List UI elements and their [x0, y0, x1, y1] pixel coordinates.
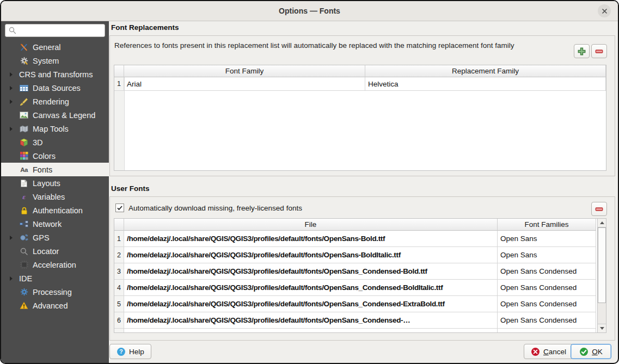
remove-user-font-button[interactable] — [591, 202, 607, 216]
sidebar-item-data-sources[interactable]: Data Sources — [1, 81, 109, 95]
sidebar-item-locator[interactable]: Locator — [1, 244, 109, 258]
ok-icon — [579, 347, 589, 356]
font-file-cell[interactable]: /home/delazj/.local/share/QGIS/QGIS3/pro… — [124, 296, 498, 312]
column-header-font-family[interactable]: Font Family — [124, 65, 365, 77]
font-file-cell[interactable]: /home/delazj/.local/share/QGIS/QGIS3/pro… — [124, 263, 498, 280]
sidebar-item-label: Variables — [33, 193, 65, 201]
font-family-cell[interactable]: Arial — [124, 77, 365, 91]
row-number-cell[interactable]: 2 — [114, 247, 124, 263]
row-number-cell[interactable]: 1 — [114, 231, 124, 247]
sidebar-item-fonts[interactable]: AaFonts — [1, 163, 109, 176]
sidebar-item-general[interactable]: General — [1, 40, 109, 54]
sidebar-item-rendering[interactable]: Rendering — [1, 95, 109, 108]
expand-arrow-icon[interactable] — [8, 276, 14, 281]
sidebar-item-label: System — [33, 57, 59, 65]
cancel-button[interactable]: Cancel — [524, 344, 573, 359]
cancel-icon — [531, 347, 540, 356]
expand-arrow-icon[interactable] — [8, 127, 14, 131]
table-corner — [114, 219, 124, 231]
font-file-cell[interactable]: /home/delazj/.local/share/QGIS/QGIS3/pro… — [124, 312, 498, 329]
table-row: 6/home/delazj/.local/share/QGIS/QGIS3/pr… — [114, 312, 596, 329]
auto-download-label: Automatically download missing, freely-l… — [128, 204, 302, 212]
font-families-cell[interactable]: Open Sans Condensed — [498, 296, 596, 312]
table-row-partial — [114, 329, 596, 333]
row-number-cell[interactable]: 6 — [114, 312, 124, 329]
sidebar-item-label: Data Sources — [33, 84, 81, 92]
column-header-font-families[interactable]: Font Families — [498, 219, 596, 231]
sidebar-item-system[interactable]: System — [1, 54, 109, 67]
row-number-cell[interactable]: 3 — [114, 263, 124, 280]
font-file-cell[interactable]: /home/delazj/.local/share/QGIS/QGIS3/pro… — [124, 231, 498, 247]
close-button[interactable] — [598, 4, 611, 17]
sidebar-item-map-tools[interactable]: Map Tools — [1, 122, 109, 135]
help-button-label: Help — [129, 348, 144, 356]
expand-arrow-icon[interactable] — [8, 72, 14, 77]
table-corner — [114, 65, 124, 77]
settings-search-input[interactable] — [5, 24, 105, 37]
checkbox-check-icon — [115, 203, 124, 212]
sidebar-item-label: Acceleration — [33, 261, 76, 269]
expand-arrow-icon[interactable] — [8, 236, 14, 240]
colors-icon — [19, 151, 29, 161]
sidebar-item-layouts[interactable]: Layouts — [1, 176, 109, 190]
sidebar-item-gps[interactable]: GPS — [1, 231, 109, 244]
sidebar-item-crs-and-transforms[interactable]: CRS and Transforms — [1, 67, 109, 81]
sidebar-item-label: Network — [33, 220, 62, 229]
sidebar-item-variables[interactable]: εVariables — [1, 190, 109, 203]
sidebar-item-advanced[interactable]: Advanced — [1, 299, 109, 312]
sidebar-item-canvas-legend[interactable]: Canvas & Legend — [1, 108, 109, 122]
sidebar-item-network[interactable]: Network — [1, 217, 109, 231]
sidebar-item-ide[interactable]: IDE — [1, 272, 109, 285]
sidebar-item-colors[interactable]: Colors — [1, 149, 109, 163]
scroll-down-button[interactable] — [598, 324, 606, 332]
table-row: 4/home/delazj/.local/share/QGIS/QGIS3/pr… — [114, 280, 596, 296]
help-icon: ? — [117, 347, 126, 356]
font-file-cell[interactable]: /home/delazj/.local/share/QGIS/QGIS3/pro… — [124, 280, 498, 296]
font-families-cell[interactable]: Open Sans — [498, 231, 596, 247]
column-header-replacement-family[interactable]: Replacement Family — [365, 65, 606, 77]
titlebar[interactable]: Options — Fonts — [1, 1, 618, 21]
sidebar-item-acceleration[interactable]: Acceleration — [1, 258, 109, 272]
general-icon — [19, 42, 29, 52]
locator-icon — [19, 246, 29, 256]
font-families-cell[interactable]: Open Sans Condensed — [498, 263, 596, 280]
font-file-cell[interactable]: /home/delazj/.local/share/QGIS/QGIS3/pro… — [124, 247, 498, 263]
font-families-cell[interactable]: Open Sans Condensed — [498, 312, 596, 329]
sidebar-item-label: 3D — [33, 138, 43, 147]
row-number-cell[interactable]: 4 — [114, 280, 124, 296]
sidebar-item-label: Rendering — [33, 97, 69, 106]
fonts-icon: Aa — [19, 165, 29, 174]
help-button[interactable]: ? Help — [109, 344, 151, 359]
table-row: 1/home/delazj/.local/share/QGIS/QGIS3/pr… — [114, 231, 596, 247]
font-families-cell[interactable]: Open Sans — [498, 247, 596, 263]
vertical-scrollbar[interactable] — [597, 219, 606, 332]
auto-download-checkbox[interactable]: Automatically download missing, freely-l… — [115, 203, 302, 212]
sidebar-item-3d[interactable]: 3D — [1, 135, 109, 149]
font-families-cell[interactable]: Open Sans Condensed — [498, 280, 596, 296]
column-header-file[interactable]: File — [124, 219, 498, 231]
font-families-cell[interactable] — [498, 329, 596, 333]
gps-icon — [19, 233, 29, 242]
expand-arrow-icon[interactable] — [8, 100, 14, 104]
ok-button[interactable]: OK — [571, 344, 611, 359]
scroll-up-button[interactable] — [598, 219, 606, 227]
row-number-cell[interactable] — [114, 329, 124, 333]
row-number-cell[interactable]: 5 — [114, 296, 124, 312]
row-number-cell[interactable]: 1 — [114, 77, 124, 91]
add-replacement-button[interactable] — [574, 44, 590, 58]
font-file-cell[interactable] — [124, 329, 498, 333]
sidebar-item-label: Layouts — [33, 179, 60, 188]
data-sources-icon — [19, 83, 29, 92]
sidebar-item-label: Authentication — [33, 206, 83, 215]
replacement-family-cell[interactable]: Helvetica — [365, 77, 606, 91]
sidebar-item-authentication[interactable]: Authentication — [1, 203, 109, 217]
advanced-icon — [19, 301, 29, 310]
remove-replacement-button[interactable] — [591, 44, 607, 58]
expand-arrow-icon[interactable] — [8, 86, 14, 90]
sidebar-item-label: General — [33, 43, 61, 52]
scrollbar-handle[interactable] — [598, 227, 606, 303]
cancel-button-label: Cancel — [543, 348, 566, 356]
sidebar-item-processing[interactable]: Processing — [1, 285, 109, 299]
authentication-icon — [19, 206, 29, 215]
sidebar-item-label: CRS and Transforms — [19, 70, 93, 79]
